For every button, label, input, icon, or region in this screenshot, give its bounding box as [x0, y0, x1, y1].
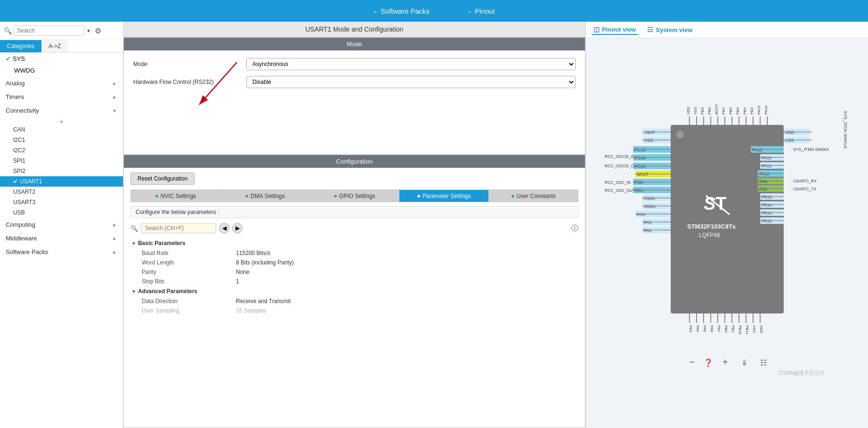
svg-text:V8AT: V8AT: [645, 130, 655, 135]
tab-az[interactable]: A->Z: [41, 40, 68, 52]
params-search-input[interactable]: [141, 223, 216, 233]
dropdown-arrow[interactable]: ▼: [86, 28, 91, 33]
tab-params-label: Parameter Settings: [422, 193, 471, 199]
svg-text:PB13: PB13: [762, 211, 772, 215]
software-packs-tab[interactable]: ⌄ Software Packs: [354, 7, 448, 15]
svg-text:PB7: PB7: [722, 107, 726, 115]
sidebar-item-i2c2[interactable]: I2C2: [0, 145, 123, 156]
watermark-text: CSDN@渣子王汪汪: [779, 370, 825, 376]
param-baud-rate: Baud Rate 115200 Bits/s: [130, 248, 578, 258]
sidebar-item-i2c1[interactable]: I2C1: [0, 135, 123, 145]
sidebar-tabs: Categories A->Z: [0, 40, 123, 53]
svg-text:PA5: PA5: [703, 325, 707, 332]
svg-text:VSS: VSS: [785, 138, 794, 143]
params-info-bar: Configure the below parameters :: [130, 206, 578, 218]
sidebar-item-usart2[interactable]: USART2: [0, 187, 123, 197]
sidebar-section-computing[interactable]: Computing ►: [0, 218, 123, 231]
nav-next-btn[interactable]: ▶: [232, 223, 243, 233]
tab-parameter-settings[interactable]: ● Parameter Settings: [399, 190, 488, 202]
sidebar-item-usart1[interactable]: ✔ USART1: [0, 176, 123, 187]
chip-svg: SYS_JTCK-SWCLK VDD VSS PB9 PB8 BOOT PB7 …: [595, 73, 859, 394]
sidebar-section-middleware[interactable]: Middleware ►: [0, 231, 123, 245]
advanced-params-label: Advanced Parameters: [138, 288, 197, 295]
svg-text:PB10: PB10: [738, 325, 742, 335]
sidebar-search-bar: 🔍 ▼ ⚙: [0, 22, 123, 40]
svg-text:PB15: PB15: [762, 195, 772, 199]
hw-flow-select[interactable]: Disable CTS Only RTS Only CTS/RTS: [246, 76, 576, 88]
tab-pinout-view[interactable]: ◫ Pinout view: [592, 25, 638, 35]
usart1-label: USART1: [20, 178, 42, 185]
software-packs-sidebar-label: Software Packs: [6, 248, 48, 255]
param-stop-bits: Stop Bits 1: [130, 277, 578, 286]
system-view-icon: ☷: [647, 26, 653, 33]
svg-text:PA0-: PA0-: [637, 212, 646, 217]
sidebar-item-spi1[interactable]: SPI1: [0, 156, 123, 166]
chevron-right-middleware: ►: [112, 236, 117, 241]
panel-title: USART1 Mode and Configuration: [123, 22, 585, 37]
chevron-right-swpacks: ►: [112, 249, 117, 255]
sidebar-item-usb[interactable]: USB: [0, 207, 123, 218]
sidebar-section-analog[interactable]: Analog ►: [0, 76, 123, 90]
software-packs-label: Software Packs: [381, 7, 430, 15]
tab-nvic-label: NVIC Settings: [161, 193, 196, 199]
tab-system-view[interactable]: ☷ System view: [645, 25, 694, 35]
svg-text:PB11: PB11: [745, 325, 749, 335]
sidebar: 🔍 ▼ ⚙ Categories A->Z ✔ SYS WWDG Analog …: [0, 22, 123, 428]
svg-text:PA14: PA14: [764, 105, 768, 115]
pinout-tab[interactable]: ⌄ Pinout: [448, 7, 514, 15]
svg-text:RCC_OSC_IN: RCC_OSC_IN: [605, 180, 631, 185]
gear-icon[interactable]: ⚙: [95, 26, 101, 35]
sidebar-section-software-packs[interactable]: Software Packs ►: [0, 245, 123, 259]
chevron-down-icon-2: ⌄: [467, 8, 472, 14]
hw-flow-label: Hardware Flow Control (RS232): [133, 79, 246, 85]
baud-rate-value: 115200 Bits/s: [236, 250, 270, 256]
svg-text:PA15: PA15: [757, 105, 761, 115]
svg-text:RCC_OSC_OUT: RCC_OSC_OUT: [605, 188, 635, 193]
mode-content: Mode Asynchronous Synchronous Single Wir…: [124, 50, 585, 154]
search-input[interactable]: [14, 25, 84, 36]
word-length-value: 8 Bits (including Parity): [236, 259, 294, 266]
svg-text:VDD: VDD: [759, 325, 763, 333]
scroll-arrow-up[interactable]: ▲: [0, 117, 123, 124]
sidebar-item-spi2[interactable]: SPI2: [0, 166, 123, 176]
sidebar-item-usart3[interactable]: USART3: [0, 197, 123, 207]
sidebar-section-timers[interactable]: Timers ►: [0, 90, 123, 104]
svg-text:PB0: PB0: [724, 325, 728, 333]
usart2-label: USART2: [13, 189, 35, 195]
sidebar-item-can[interactable]: CAN: [0, 124, 123, 135]
mode-select[interactable]: Asynchronous Synchronous Single Wire Dis…: [246, 58, 576, 70]
info-icon[interactable]: ⓘ: [571, 224, 578, 233]
chevron-down-advanced: ▼: [131, 289, 136, 294]
tab-dma-settings[interactable]: ● DMA Settings: [220, 190, 309, 202]
sidebar-item-sys[interactable]: ✔ SYS: [0, 53, 123, 65]
data-direction-name: Data Direction: [142, 298, 236, 305]
search-icon: 🔍: [4, 27, 12, 34]
svg-text:PC13-: PC13-: [634, 148, 647, 152]
tab-user-constants[interactable]: ● User Constants: [489, 190, 578, 202]
nav-prev-btn[interactable]: ◀: [219, 223, 229, 233]
spi1-label: SPI1: [13, 157, 25, 164]
svg-text:PA7: PA7: [717, 325, 721, 332]
view-tabs: ◫ Pinout view ☷ System view: [586, 22, 868, 38]
svg-text:PA10: PA10: [759, 172, 769, 176]
tab-categories[interactable]: Categories: [0, 40, 41, 52]
svg-text:VDD: VDD: [686, 106, 690, 114]
stop-bits-name: Stop Bits: [142, 278, 236, 285]
i2c1-label: I2C1: [13, 137, 25, 143]
check-icon-sys: ✔: [6, 55, 11, 62]
basic-params-group[interactable]: ▼ Basic Parameters: [130, 238, 578, 248]
param-data-direction: Data Direction Receive and Transmit: [130, 296, 578, 306]
tab-nvic-settings[interactable]: ● NVIC Settings: [131, 190, 220, 202]
right-panel: ◫ Pinout view ☷ System view SYS_JTCK-SWC…: [585, 22, 868, 428]
reset-config-button[interactable]: Reset Configuration: [130, 173, 195, 185]
svg-text:PD0-: PD0-: [634, 180, 644, 185]
sidebar-item-label-sys: SYS: [13, 55, 117, 62]
sidebar-item-wwdg[interactable]: WWDG: [0, 65, 123, 76]
advanced-params-group[interactable]: ▼ Advanced Parameters: [130, 286, 578, 296]
main-layout: 🔍 ▼ ⚙ Categories A->Z ✔ SYS WWDG Analog …: [0, 22, 868, 428]
tab-gpio-settings[interactable]: ● GPIO Settings: [310, 190, 399, 202]
chevron-down-basic: ▼: [131, 241, 136, 246]
download-icon: ⇓: [741, 359, 747, 367]
sidebar-section-connectivity[interactable]: Connectivity ▼: [0, 104, 123, 117]
svg-text:SYS_JTMS-SWDIO: SYS_JTMS-SWDIO: [793, 147, 829, 152]
